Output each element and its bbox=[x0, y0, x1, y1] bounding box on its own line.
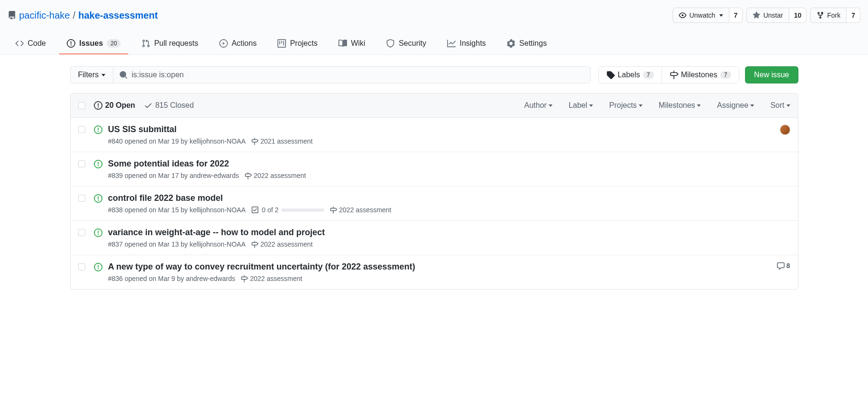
sort-filter[interactable]: Sort bbox=[770, 101, 790, 110]
repo-header: pacific-hake / hake-assessment Unwatch 7… bbox=[0, 0, 868, 55]
filters-button[interactable]: Filters bbox=[70, 66, 113, 83]
comments-link[interactable]: 8 bbox=[777, 262, 790, 270]
issue-open-icon bbox=[94, 228, 102, 237]
author-filter[interactable]: Author bbox=[524, 101, 552, 110]
tab-insights[interactable]: Insights bbox=[439, 34, 493, 54]
tasklist-count: 0 of 2 bbox=[262, 206, 278, 214]
milestone-icon bbox=[241, 275, 248, 282]
star-button[interactable]: Unstar bbox=[746, 8, 789, 23]
caret-down-icon bbox=[549, 104, 552, 107]
subnav: Filters Labels 7 Milestones bbox=[70, 66, 798, 83]
project-icon bbox=[277, 39, 286, 48]
search-wrapper bbox=[113, 66, 591, 83]
issue-milestone-link[interactable]: 2022 assessment bbox=[251, 240, 313, 248]
projects-filter[interactable]: Projects bbox=[609, 101, 643, 110]
issue-row: variance in weight-at-age -- how to mode… bbox=[71, 221, 798, 255]
issue-row: control file 2022 base model #838 opened… bbox=[71, 187, 798, 221]
fork-button[interactable]: Fork bbox=[810, 8, 847, 23]
issues-list-header: 20 Open 815 Closed Author Label Projects… bbox=[71, 93, 798, 118]
closed-issues-link[interactable]: 815 Closed bbox=[144, 101, 194, 110]
open-issues-link[interactable]: 20 Open bbox=[94, 101, 135, 110]
book-icon bbox=[338, 39, 347, 48]
issue-checkbox[interactable] bbox=[78, 229, 85, 236]
issue-title-link[interactable]: US SIS submittal bbox=[108, 124, 177, 134]
caret-down-icon bbox=[639, 104, 643, 107]
issue-title-link[interactable]: A new type of way to convey recruitment … bbox=[108, 262, 416, 271]
search-icon bbox=[119, 71, 128, 79]
issue-meta-text: #838 opened on Mar 15 by kellijohnson-NO… bbox=[108, 206, 246, 214]
gear-icon bbox=[507, 39, 515, 48]
issue-checkbox[interactable] bbox=[78, 195, 85, 202]
fork-icon bbox=[817, 11, 824, 19]
issue-checkbox[interactable] bbox=[78, 263, 85, 270]
check-icon bbox=[144, 101, 153, 110]
issues-list: 20 Open 815 Closed Author Label Projects… bbox=[70, 93, 798, 290]
issue-meta-text: #839 opened on Mar 17 by andrew-edwards bbox=[108, 172, 239, 179]
tab-pull-requests[interactable]: Pull requests bbox=[134, 34, 206, 54]
caret-down-icon bbox=[750, 104, 754, 107]
assignee-avatar[interactable] bbox=[780, 124, 790, 135]
issue-milestone-link[interactable]: 2022 assessment bbox=[245, 172, 306, 179]
labels-button[interactable]: Labels 7 bbox=[599, 67, 662, 83]
issue-open-icon bbox=[94, 194, 102, 203]
milestones-button[interactable]: Milestones 7 bbox=[662, 67, 739, 83]
tasklist-indicator[interactable]: 0 of 2 bbox=[251, 206, 324, 214]
tasklist-icon bbox=[251, 206, 259, 214]
issue-milestone-link[interactable]: 2022 assessment bbox=[330, 206, 391, 214]
milestone-icon bbox=[330, 207, 337, 214]
issue-open-icon bbox=[94, 160, 102, 168]
comment-count: 8 bbox=[786, 262, 790, 270]
issue-open-icon bbox=[94, 263, 102, 271]
repo-nav: Code Issues20 Pull requests Actions Proj… bbox=[8, 34, 860, 54]
assignee-filter[interactable]: Assignee bbox=[717, 101, 754, 110]
tab-wiki[interactable]: Wiki bbox=[331, 34, 373, 54]
fork-count[interactable]: 7 bbox=[847, 8, 860, 23]
issue-open-icon bbox=[94, 101, 102, 110]
repo-name-link[interactable]: hake-assessment bbox=[78, 10, 158, 21]
issue-checkbox[interactable] bbox=[78, 126, 85, 133]
tab-code[interactable]: Code bbox=[8, 34, 53, 54]
tab-settings[interactable]: Settings bbox=[499, 34, 554, 54]
issue-milestone-link[interactable]: 2021 assessment bbox=[251, 137, 313, 145]
issue-title-link[interactable]: variance in weight-at-age -- how to mode… bbox=[108, 228, 325, 237]
star-count[interactable]: 10 bbox=[789, 8, 807, 23]
milestones-filter[interactable]: Milestones bbox=[659, 101, 701, 110]
new-issue-button[interactable]: New issue bbox=[745, 66, 798, 83]
issue-row: Some potential ideas for 2022 #839 opene… bbox=[71, 152, 798, 187]
milestone-icon bbox=[251, 138, 258, 145]
issue-row: A new type of way to convey recruitment … bbox=[71, 255, 798, 289]
issue-icon bbox=[67, 39, 75, 48]
issue-open-icon bbox=[94, 125, 102, 134]
main-content: Filters Labels 7 Milestones bbox=[62, 55, 806, 301]
label-filter[interactable]: Label bbox=[569, 101, 593, 110]
milestone-icon bbox=[245, 172, 252, 179]
repo-title: pacific-hake / hake-assessment bbox=[8, 10, 158, 21]
issue-title-link[interactable]: control file 2022 base model bbox=[108, 193, 223, 203]
issue-search-input[interactable] bbox=[128, 67, 584, 83]
path-separator: / bbox=[73, 10, 76, 21]
tab-actions[interactable]: Actions bbox=[212, 34, 264, 54]
select-all-checkbox[interactable] bbox=[78, 102, 85, 109]
issue-meta-text: #840 opened on Mar 19 by kellijohnson-NO… bbox=[108, 137, 246, 145]
tab-security[interactable]: Security bbox=[378, 34, 434, 54]
milestone-icon bbox=[670, 71, 678, 79]
issue-meta-text: #836 opened on Mar 9 by andrew-edwards bbox=[108, 275, 235, 282]
star-icon bbox=[753, 11, 760, 19]
shield-icon bbox=[386, 39, 395, 48]
tasklist-progress-bar bbox=[281, 208, 324, 212]
issue-row: US SIS submittal #840 opened on Mar 19 b… bbox=[71, 118, 798, 152]
issue-milestone-link[interactable]: 2022 assessment bbox=[241, 275, 302, 282]
caret-down-icon bbox=[697, 104, 701, 107]
watch-button[interactable]: Unwatch bbox=[673, 8, 729, 23]
graph-icon bbox=[447, 39, 456, 48]
repo-owner-link[interactable]: pacific-hake bbox=[19, 10, 70, 21]
eye-icon bbox=[679, 11, 686, 19]
issue-checkbox[interactable] bbox=[78, 160, 85, 167]
milestone-icon bbox=[251, 241, 258, 248]
tab-projects[interactable]: Projects bbox=[270, 34, 325, 54]
tab-issues[interactable]: Issues20 bbox=[59, 34, 128, 54]
watch-count[interactable]: 7 bbox=[729, 8, 743, 23]
issue-title-link[interactable]: Some potential ideas for 2022 bbox=[108, 159, 229, 168]
caret-down-icon bbox=[719, 14, 723, 17]
labels-milestones-group: Labels 7 Milestones 7 bbox=[598, 66, 739, 83]
